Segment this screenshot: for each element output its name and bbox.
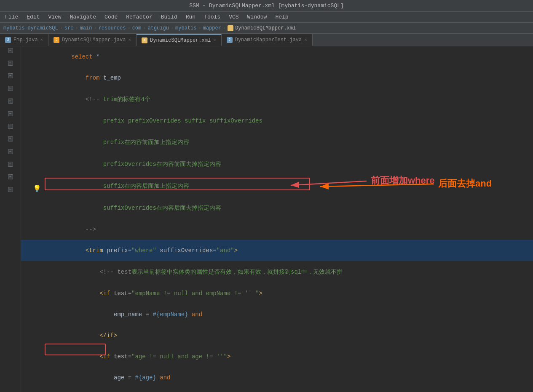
tab-close-emp[interactable]: ×: [40, 37, 43, 43]
menu-navigate[interactable]: Navigate: [67, 13, 99, 21]
fold-indicator-2[interactable]: −: [8, 61, 13, 66]
code-line-comment2: <!-- test表示当前标签中实体类的属性是否有效，如果有效，就拼接到sql中…: [21, 261, 533, 283]
tab-icon-mapper-xml: X: [142, 37, 147, 43]
fold-indicator-4[interactable]: −: [8, 86, 13, 91]
code-line-if1: <if test="empName != null and empName !=…: [21, 283, 533, 304]
tab-dynamicsqlmapper-java[interactable]: J DynamicSQLMapper.java ×: [48, 34, 137, 46]
title-bar: SSM - DynamicSQLMapper.xml [mybatis-dyna…: [0, 0, 533, 12]
fold-indicator-1[interactable]: −: [8, 48, 13, 53]
tabs-bar: J Emp.java × J DynamicSQLMapper.java × X…: [0, 34, 533, 46]
tab-close-mapper-xml[interactable]: ×: [213, 38, 216, 43]
menu-help[interactable]: Help: [272, 13, 292, 21]
breadcrumb-project[interactable]: mybatis-dynamicSQL: [3, 25, 58, 31]
fold-indicator-10[interactable]: −: [8, 162, 13, 167]
tab-close-mapper-java[interactable]: ×: [128, 37, 131, 43]
code-line-endif1: </if>: [21, 325, 533, 346]
fold-indicator-8[interactable]: −: [8, 136, 13, 141]
breadcrumb-mybatis[interactable]: mybatis: [175, 25, 196, 31]
tab-label-mapper-java: DynamicSQLMapper.java: [62, 37, 126, 43]
menu-edit[interactable]: Edit: [23, 13, 43, 21]
code-line-9: -->: [21, 219, 533, 240]
tab-dynamicsqlmapper-xml[interactable]: X DynamicSQLMapper.xml ×: [137, 34, 222, 46]
fold-indicator-5[interactable]: −: [8, 99, 13, 104]
tab-label-test: DynamicMapperTest.java: [235, 37, 302, 43]
window-title: SSM - DynamicSQLMapper.xml [mybatis-dyna…: [189, 3, 344, 9]
code-line-5: prefix在内容前面加上指定内容: [21, 131, 533, 153]
menu-build[interactable]: Build: [158, 13, 181, 21]
main-area: − − − − − − − − − − − − select * from t_…: [0, 46, 533, 392]
breadcrumb-atguigu[interactable]: atguigu: [147, 25, 169, 31]
breadcrumb-file[interactable]: DynamicSQLMapper.xml: [235, 25, 296, 31]
tab-label-emp: Emp.java: [13, 37, 38, 43]
code-line-4: prefix prefixOverrides suffix suffixOver…: [21, 110, 533, 131]
code-line-empname: emp_name = #{empName} and: [21, 304, 533, 325]
menu-refactor[interactable]: Refactor: [123, 13, 155, 21]
breadcrumb-src[interactable]: src: [64, 25, 74, 31]
code-line-endif2: </if>: [21, 388, 533, 392]
fold-indicator-3[interactable]: −: [8, 73, 13, 78]
menu-bar: File Edit View Navigate Code Refactor Bu…: [0, 12, 533, 23]
breadcrumb-main[interactable]: main: [80, 25, 92, 31]
tab-dynamicmappertest[interactable]: J DynamicMapperTest.java ×: [222, 34, 313, 46]
fold-indicator-11[interactable]: −: [8, 174, 13, 179]
tab-emp-java[interactable]: J Emp.java ×: [0, 34, 48, 46]
breadcrumb: mybatis-dynamicSQL › src › main › resour…: [0, 23, 533, 34]
code-line-trim: <trim prefix="where" suffixOverrides="an…: [21, 240, 533, 261]
code-line-7: suffix在内容后面加上指定内容: [21, 175, 533, 197]
menu-code[interactable]: Code: [101, 13, 121, 21]
code-line-8: suffixOverrides在内容后面去掉指定内容: [21, 197, 533, 219]
tab-icon-mapper-java: J: [54, 37, 59, 43]
menu-tools[interactable]: Tools: [201, 13, 224, 21]
tab-icon-test: J: [227, 37, 233, 43]
code-gutter: − − − − − − − − − − − −: [0, 46, 21, 392]
tab-close-test[interactable]: ×: [304, 37, 307, 43]
menu-run[interactable]: Run: [182, 13, 199, 21]
code-line-3: <!-- trim的标签有4个: [21, 88, 533, 110]
breadcrumb-resources[interactable]: resources: [99, 25, 126, 31]
tab-label-mapper-xml: DynamicSQLMapper.xml: [150, 37, 211, 43]
tab-icon-emp: J: [5, 37, 11, 43]
code-line-2: from t_emp: [21, 67, 533, 88]
code-editor[interactable]: select * from t_emp <!-- trim的标签有4个 pref…: [21, 46, 533, 392]
code-line-6: prefixOverrides在内容前面去掉指定内容: [21, 153, 533, 175]
file-icon-xml: [228, 25, 233, 31]
menu-file[interactable]: File: [2, 13, 21, 21]
code-line-1: select *: [21, 46, 533, 67]
breadcrumb-com[interactable]: com: [132, 25, 142, 31]
fold-indicator-9[interactable]: −: [8, 149, 13, 154]
fold-indicator-6[interactable]: −: [8, 111, 13, 116]
code-line-if2: <if test="age != null and age != ''">: [21, 346, 533, 367]
code-line-age: age = #{age} and: [21, 367, 533, 388]
breadcrumb-mapper[interactable]: mapper: [203, 25, 221, 31]
menu-window[interactable]: Window: [244, 13, 271, 21]
menu-view[interactable]: View: [45, 13, 64, 21]
menu-vcs[interactable]: VCS: [225, 13, 242, 21]
hint-bulb-icon[interactable]: 💡: [33, 184, 41, 193]
fold-indicator-7[interactable]: −: [8, 124, 13, 129]
fold-indicator-12[interactable]: −: [8, 187, 13, 192]
